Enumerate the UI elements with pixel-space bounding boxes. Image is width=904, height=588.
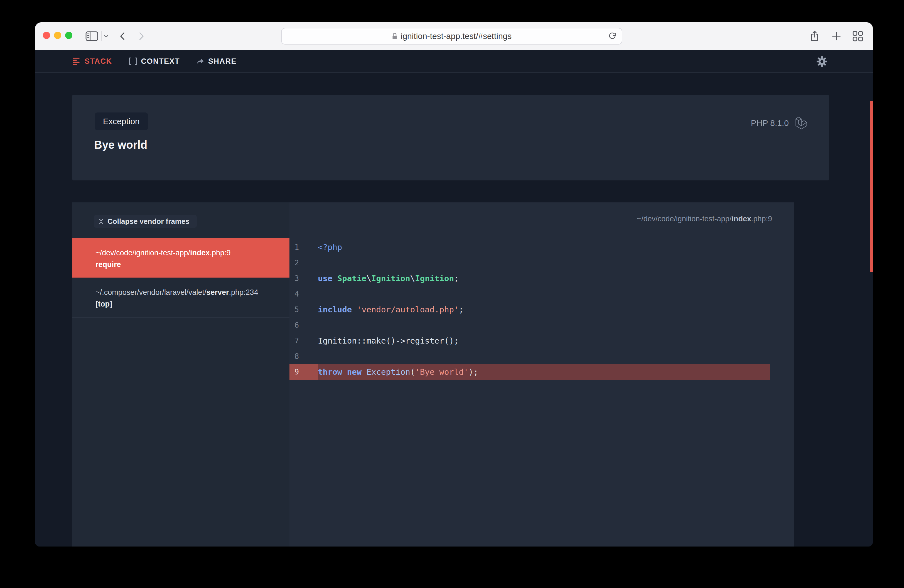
collapse-vendor-frames-button[interactable]: Collapse vendor frames — [94, 215, 197, 228]
browser-window: ignition-test-app.test/#settings — [35, 22, 873, 547]
ignition-nav: STACK CONTEXT SHARE — [35, 50, 873, 73]
line-number: 5 — [289, 302, 318, 318]
share-icon — [196, 58, 204, 65]
code-content: Ignition::make()->register(); — [318, 333, 459, 349]
code-content: throw new Exception('Bye world'); — [318, 364, 478, 380]
tab-stack[interactable]: STACK — [73, 57, 112, 66]
code-content: include 'vendor/autoload.php'; — [318, 302, 464, 318]
tab-share-label: SHARE — [208, 57, 237, 66]
exception-class-badge: Exception — [95, 112, 148, 130]
frame-path: ~/dev/code/ignition-test-app/index.php:9 — [95, 247, 315, 259]
code-line-9: 9throw new Exception('Bye world'); — [289, 364, 770, 380]
reload-icon[interactable] — [608, 32, 617, 41]
chevron-down-icon[interactable] — [104, 22, 109, 50]
settings-gear-icon[interactable] — [816, 56, 828, 67]
share-page-icon[interactable] — [810, 22, 819, 50]
code-snippet-panel: ~/dev/code/ignition-test-app/index.php:9… — [289, 202, 794, 547]
tab-share[interactable]: SHARE — [196, 57, 237, 66]
tab-context[interactable]: CONTEXT — [129, 57, 180, 66]
code-editor: 1<?php23use Spatie\Ignition\Ignition;45i… — [289, 239, 770, 380]
stack-frame[interactable]: ~/dev/code/ignition-test-app/index.php:9… — [73, 238, 324, 278]
stack-frame[interactable]: ~/.composer/vendor/laravel/valet/server.… — [73, 278, 324, 318]
tab-stack-label: STACK — [85, 57, 112, 66]
sidebar-toggle-icon[interactable] — [85, 22, 98, 50]
collapse-vendor-frames-label: Collapse vendor frames — [107, 217, 190, 226]
line-number: 7 — [289, 333, 318, 349]
page-scrollbar-thumb[interactable] — [870, 101, 873, 272]
code-content: <?php — [318, 239, 342, 255]
code-line-6: 6 — [289, 318, 770, 333]
code-content: use Spatie\Ignition\Ignition; — [318, 270, 459, 286]
browser-toolbar: ignition-test-app.test/#settings — [35, 22, 873, 50]
line-number: 8 — [289, 349, 318, 364]
tab-context-label: CONTEXT — [141, 57, 180, 66]
stack-frame-list: ~/dev/code/ignition-test-app/index.php:9… — [73, 238, 324, 318]
frame-path: ~/.composer/vendor/laravel/valet/server.… — [95, 286, 315, 298]
line-number: 2 — [289, 255, 318, 270]
frame-method: [top] — [95, 298, 315, 310]
line-number: 9 — [289, 364, 318, 380]
runtime-info: PHP 8.1.0 — [751, 116, 808, 130]
line-number: 1 — [289, 239, 318, 255]
toolbar-divider — [101, 31, 102, 41]
code-line-4: 4 — [289, 286, 770, 302]
exception-message: Bye world — [94, 139, 147, 151]
back-button-icon[interactable] — [119, 22, 125, 50]
code-line-1: 1<?php — [289, 239, 770, 255]
context-icon — [129, 57, 137, 65]
close-button[interactable] — [43, 32, 50, 39]
minimize-button[interactable] — [54, 32, 61, 39]
code-line-5: 5include 'vendor/autoload.php'; — [289, 302, 770, 318]
forward-button-icon[interactable] — [139, 22, 145, 50]
exception-card: Exception Bye world PHP 8.1.0 — [73, 95, 829, 180]
tab-overview-icon[interactable] — [852, 22, 863, 50]
address-bar[interactable]: ignition-test-app.test/#settings — [281, 28, 622, 44]
code-file-path: ~/dev/code/ignition-test-app/index.php:9 — [637, 215, 772, 223]
frame-method: require — [95, 259, 315, 270]
lock-icon — [392, 33, 397, 40]
line-number: 4 — [289, 286, 318, 302]
code-line-8: 8 — [289, 349, 770, 364]
zoom-button[interactable] — [65, 32, 73, 39]
line-number: 3 — [289, 270, 318, 286]
ignition-page: Exception Bye world PHP 8.1.0 — [35, 73, 873, 547]
stack-icon — [73, 58, 81, 65]
code-line-3: 3use Spatie\Ignition\Ignition; — [289, 270, 770, 286]
desktop: ignition-test-app.test/#settings — [0, 0, 904, 588]
url-text: ignition-test-app.test/#settings — [401, 32, 512, 41]
new-tab-icon[interactable] — [831, 22, 841, 50]
code-line-2: 2 — [289, 255, 770, 270]
collapse-icon — [99, 219, 104, 224]
line-number: 6 — [289, 318, 318, 333]
stack-trace-panel: Collapse vendor frames ~/dev/code/igniti… — [73, 202, 324, 547]
php-version: PHP 8.1.0 — [751, 119, 789, 128]
code-line-7: 7Ignition::make()->register(); — [289, 333, 770, 349]
laravel-icon — [795, 116, 808, 130]
